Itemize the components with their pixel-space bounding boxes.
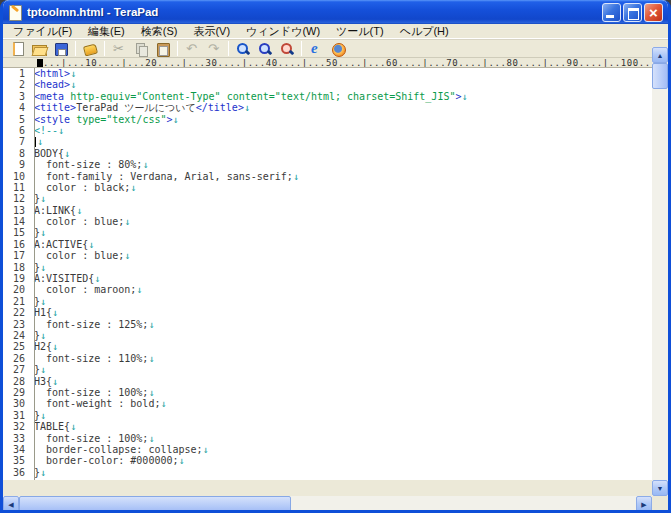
- maximize-button[interactable]: [623, 3, 642, 22]
- close-button[interactable]: [644, 3, 663, 22]
- open-in-ie-button[interactable]: [305, 40, 327, 58]
- line-number: 33: [3, 433, 31, 444]
- code-line: 4<title>TeraPad ツールについて</title>↓: [3, 102, 652, 113]
- open-in-firefox-button[interactable]: [327, 40, 349, 58]
- menu-edit[interactable]: 編集(E): [80, 24, 133, 38]
- menu-help[interactable]: ヘルプ(H): [392, 24, 457, 38]
- code-segment: type="text/css": [76, 114, 166, 125]
- line-number: 3: [3, 91, 31, 102]
- gutter-separator: [34, 68, 35, 480]
- code-segment: BODY{: [34, 148, 64, 159]
- text-editor[interactable]: 1<html>↓2<head>↓3<meta http-equiv="Conte…: [3, 68, 652, 480]
- line-number: 21: [3, 296, 31, 307]
- horizontal-scrollbar[interactable]: [3, 496, 668, 512]
- undo-icon: [184, 41, 200, 57]
- save-file-button[interactable]: [50, 40, 72, 58]
- edit-mode-button[interactable]: [79, 40, 101, 58]
- line-number: 9: [3, 159, 31, 170]
- scroll-down-button[interactable]: [652, 480, 668, 496]
- code-segment: color : blue;: [34, 216, 124, 227]
- paste-button[interactable]: [152, 40, 174, 58]
- search-button[interactable]: [232, 40, 254, 58]
- menu-search[interactable]: 検索(S): [133, 24, 186, 38]
- line-number: 28: [3, 376, 31, 387]
- undo-button[interactable]: [181, 40, 203, 58]
- code-line: 15}↓: [3, 227, 652, 238]
- open-file-button[interactable]: [28, 40, 50, 58]
- line-number: 22: [3, 307, 31, 318]
- search-prev-button[interactable]: [276, 40, 298, 58]
- newline-mark-icon: ↓: [70, 68, 76, 79]
- vertical-scrollbar[interactable]: [652, 47, 668, 496]
- toolbar-separator: [228, 41, 229, 56]
- code-segment: border-color: #000000;: [34, 455, 179, 466]
- menu-file[interactable]: ファイル(F): [5, 24, 80, 38]
- new-file-icon: [9, 41, 25, 57]
- newline-mark-icon: ↓: [179, 455, 185, 466]
- code-segment: color : black;: [34, 182, 130, 193]
- code-segment: border-collapse: collapse;: [34, 444, 203, 455]
- menu-bar: ファイル(F)編集(E)検索(S)表示(V)ウィンドウ(W)ツール(T)ヘルプ(…: [3, 24, 668, 39]
- code-line: 10 font-family : Verdana, Arial, sans-se…: [3, 171, 652, 182]
- code-segment: font-size : 80%;: [34, 159, 142, 170]
- code-line: 27}↓: [3, 364, 652, 375]
- code-line: 21}↓: [3, 296, 652, 307]
- code-segment: <html>: [34, 68, 70, 79]
- code-line: 1<html>↓: [3, 68, 652, 79]
- scroll-left-button[interactable]: [3, 496, 19, 512]
- title-bar[interactable]: tptoolmn.html - TeraPad: [3, 0, 668, 24]
- code-line: 30 font-weight : bold;↓: [3, 398, 652, 409]
- line-number: 29: [3, 387, 31, 398]
- code-line: 9 font-size : 80%;↓: [3, 159, 652, 170]
- code-segment: http-equiv="Content-Type" content="text/…: [70, 91, 455, 102]
- newline-mark-icon: ↓: [64, 148, 70, 159]
- toolbar: [3, 39, 668, 58]
- menu-window[interactable]: ウィンドウ(W): [238, 24, 328, 38]
- code-line: 13A:LINK{↓: [3, 205, 652, 216]
- newline-mark-icon: ↓: [40, 193, 46, 204]
- line-number: 31: [3, 410, 31, 421]
- code-line: 17 color : blue;↓: [3, 250, 652, 261]
- newline-mark-icon: ↓: [40, 410, 46, 421]
- scroll-right-button[interactable]: [636, 496, 652, 512]
- new-file-button[interactable]: [6, 40, 28, 58]
- code-line: 26 font-size : 110%;↓: [3, 353, 652, 364]
- horizontal-scroll-thumb[interactable]: [19, 496, 291, 512]
- newline-mark-icon: ↓: [461, 91, 467, 102]
- line-number: 25: [3, 341, 31, 352]
- newline-mark-icon: ↓: [148, 353, 154, 364]
- code-segment: <meta: [34, 91, 70, 102]
- code-segment: A:LINK{: [34, 205, 76, 216]
- terapad-app-icon: [8, 5, 23, 20]
- code-segment: font-size : 100%;: [34, 433, 148, 444]
- open-in-ie-icon: [308, 41, 324, 57]
- copy-button[interactable]: [130, 40, 152, 58]
- line-number: 20: [3, 284, 31, 295]
- menu-tool[interactable]: ツール(T): [328, 24, 392, 38]
- line-number: 5: [3, 114, 31, 125]
- code-segment: TeraPad ツールについて: [76, 102, 196, 113]
- search-next-button[interactable]: [254, 40, 276, 58]
- line-number: 26: [3, 353, 31, 364]
- menu-view[interactable]: 表示(V): [185, 24, 238, 38]
- search-icon: [235, 41, 251, 57]
- line-number: 23: [3, 319, 31, 330]
- cut-button[interactable]: [108, 40, 130, 58]
- newline-mark-icon: ↓: [76, 205, 82, 216]
- toolbar-separator: [177, 41, 178, 56]
- code-line: 20 color : maroon;↓: [3, 284, 652, 295]
- scroll-up-button[interactable]: [652, 47, 668, 63]
- toolbar-separator: [301, 41, 302, 56]
- code-line: 16A:ACTIVE{↓: [3, 239, 652, 250]
- newline-mark-icon: ↓: [52, 376, 58, 387]
- horizontal-scroll-track[interactable]: [19, 496, 636, 512]
- save-file-icon: [53, 41, 69, 57]
- redo-button[interactable]: [203, 40, 225, 58]
- line-number: 12: [3, 193, 31, 204]
- vertical-scroll-thumb[interactable]: [652, 63, 668, 89]
- code-line: 24}↓: [3, 330, 652, 341]
- vertical-scroll-track[interactable]: [652, 63, 668, 480]
- code-line: 5<style type="text/css">↓: [3, 114, 652, 125]
- minimize-button[interactable]: [602, 3, 621, 22]
- newline-mark-icon: ↓: [40, 330, 46, 341]
